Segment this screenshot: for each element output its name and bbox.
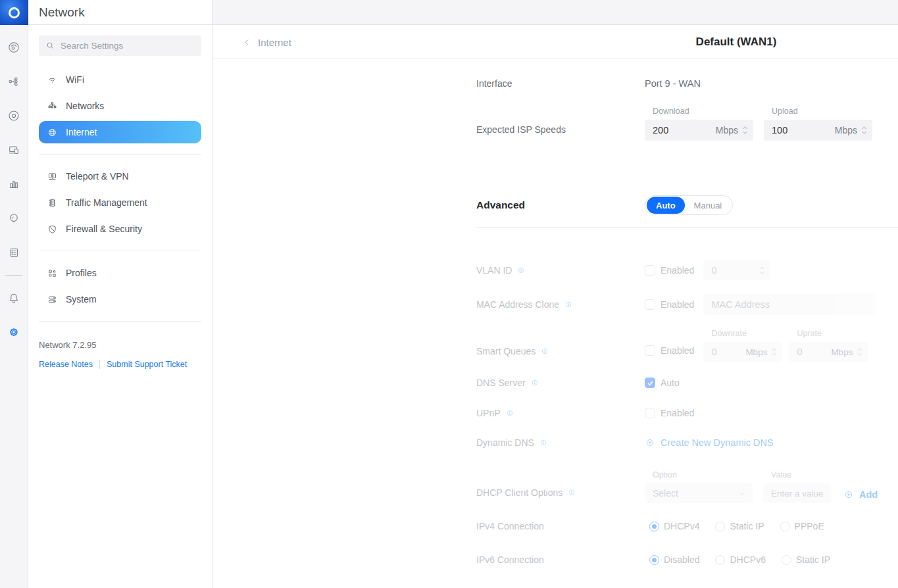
upload-input[interactable] [772,125,832,135]
networks-icon [47,101,58,112]
vlan-enabled-checkbox [645,265,655,276]
info-icon [564,300,573,309]
downrate-unit: Mbps [745,347,767,357]
section-divider [476,227,898,228]
dns-server-row: DNS Server Auto [476,373,680,393]
back-label: Internet [258,37,291,48]
info-icon [505,408,514,418]
sidebar-item-system[interactable]: System [39,288,201,310]
rail-item-clients[interactable] [0,133,28,167]
unifi-logo[interactable] [0,0,28,25]
sidebar-item-profiles[interactable]: Profiles [39,262,201,284]
interface-value: Port 9 - WAN [645,78,701,89]
mac-address-input [711,299,870,310]
smart-queues-enabled-label: Enabled [661,345,694,356]
isp-speeds-row: Expected ISP Speeds Download Mbps Upload… [476,107,872,141]
upload-unit: Mbps [835,125,857,135]
sidebar-item-label: Teleport & VPN [66,171,129,182]
sidebar-item-networks[interactable]: Networks [39,95,201,117]
sidebar-item-label: Firewall & Security [66,224,142,234]
wan-settings-form: Interface Port 9 - WAN Expected ISP Spee… [213,59,898,588]
sidebar-divider [39,251,201,251]
upload-stepper[interactable] [861,125,867,135]
plus-circle-icon [645,437,655,448]
sidebar-item-firewall-security[interactable]: Firewall & Security [39,218,201,240]
rail-item-system-log[interactable] [0,235,28,270]
sidebar-item-teleport-vpn[interactable]: Teleport & VPN [39,165,201,187]
vlan-row: VLAN ID Enabled [476,260,770,280]
dns-auto-label: Auto [661,378,680,388]
release-notes-link[interactable]: Release Notes [39,360,93,369]
radio-icon [715,555,725,565]
clients-icon [7,143,20,157]
top-bar: Network [0,0,898,25]
download-stepper[interactable] [742,125,748,135]
main-panel: Internet Default (WAN1) Interface Port 9… [213,25,898,588]
toggle-option-manual[interactable]: Manual [685,197,732,214]
settings-sidebar: WiFi Networks Internet Teleport & VPN Tr… [28,25,212,588]
devices-icon [7,109,20,122]
toggle-option-auto[interactable]: Auto [647,197,685,214]
vlan-label: VLAN ID [476,265,645,276]
sidebar-nav: WiFi Networks Internet Teleport & VPN Tr… [28,68,212,322]
gear-icon [7,326,20,339]
vlan-id-input [711,265,759,276]
sidebar-footer-links: Release Notes Submit Support Ticket [39,360,201,369]
sidebar-item-label: WiFi [66,74,84,85]
firewall-shield-icon [47,224,58,235]
sidebar-item-wifi[interactable]: WiFi [39,68,201,91]
dhcp-option-label: Option [653,470,753,479]
radio-icon [649,522,659,531]
info-icon [530,378,539,387]
isp-speeds-label: Expected ISP Speeds [476,124,645,135]
sidebar-item-label: Traffic Management [66,197,147,208]
rail-item-topology[interactable] [0,64,28,99]
ipv6-option-dhcpv6: DHCPv6 [711,554,765,565]
upnp-enabled-checkbox [645,408,655,418]
rail-item-notifications[interactable] [0,281,28,315]
dns-auto-checkbox [645,378,655,388]
download-label: Download [653,107,753,116]
rail-item-dashboard[interactable] [0,30,28,64]
submit-support-ticket-link[interactable]: Submit Support Ticket [107,360,187,369]
upnp-label: UPnP [476,408,645,418]
download-group: Download Mbps [645,107,753,141]
ipv6-connection-row: IPv6 Connection Disabled DHCPv6 Static I… [476,550,841,570]
panel-header: Internet Default (WAN1) [213,25,898,59]
rail-item-statistics[interactable] [0,167,28,201]
info-icon [539,438,548,447]
info-icon [567,488,576,497]
ipv4-option-dhcpv4: DHCPv4 [645,521,699,531]
ipv6-connection-label: IPv6 Connection [476,554,645,565]
radio-icon [782,555,791,565]
search-input[interactable] [61,41,195,51]
uprate-field: Mbps [789,342,868,362]
back-button[interactable]: Internet [242,25,291,59]
download-input[interactable] [653,125,713,135]
advanced-label: Advanced [476,199,645,211]
upload-field: Mbps [764,120,872,141]
dashboard-icon [7,41,20,54]
dhcp-option-select: Select [645,483,753,503]
traffic-management-icon [47,197,58,208]
sidebar-item-internet[interactable]: Internet [39,121,201,143]
rail-item-devices[interactable] [0,99,28,133]
mac-address-field [703,294,876,315]
dhcp-options-label: DHCP Client Options [476,487,645,498]
sidebar-item-label: Profiles [66,268,97,278]
plus-circle-icon [843,489,854,500]
dhcp-add-button: Add [843,489,878,500]
radio-icon [780,522,790,531]
system-icon [47,294,58,305]
upload-group: Upload Mbps [764,107,872,141]
rail-item-insights[interactable] [0,201,28,235]
mac-clone-enabled-label: Enabled [661,299,694,310]
dhcp-option-placeholder: Select [653,488,678,499]
downrate-label: Downrate [711,329,782,338]
mac-clone-label: MAC Address Clone [476,299,645,310]
search-settings-box[interactable] [39,36,201,56]
mac-clone-enabled-checkbox [645,299,655,310]
create-dynamic-dns-label: Create New Dynamic DNS [661,437,774,448]
rail-item-settings[interactable] [0,315,28,349]
sidebar-item-traffic-management[interactable]: Traffic Management [39,191,201,214]
